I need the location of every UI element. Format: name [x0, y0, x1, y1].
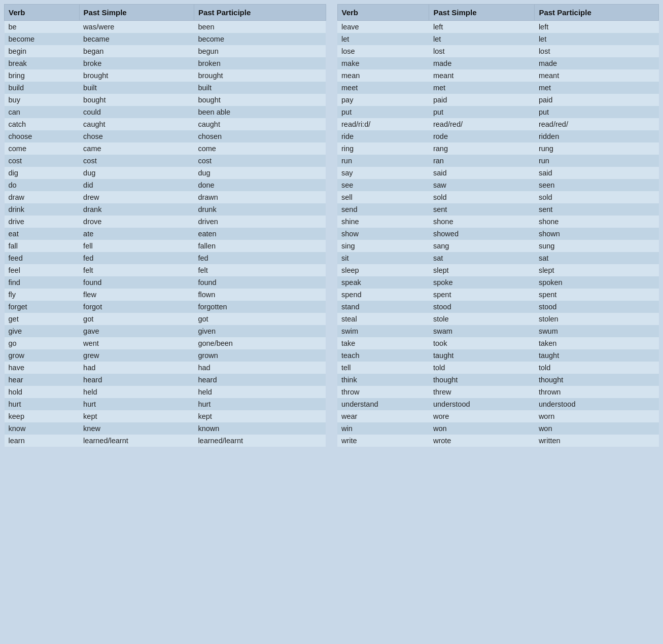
table-cell: fell [79, 240, 194, 252]
table-row: thinkthoughtthought [337, 374, 659, 386]
table-cell: won [429, 422, 535, 435]
table-cell: drawn [194, 191, 326, 203]
table-cell: have [5, 362, 80, 374]
table-cell: think [337, 374, 429, 386]
table-row: digdugdug [5, 167, 326, 179]
table-cell: eaten [194, 228, 326, 240]
table-row: meetmetmet [337, 82, 659, 94]
table-cell: read/red/ [429, 118, 535, 130]
table-cell: sing [337, 240, 429, 252]
table-cell: understand [337, 398, 429, 410]
table-cell: won [535, 422, 659, 435]
table-cell: ran [429, 155, 535, 167]
table-cell: rang [429, 142, 535, 155]
table-cell: said [535, 167, 659, 179]
table-cell: spent [535, 289, 659, 301]
table-row: hurthurthurt [5, 398, 326, 410]
table-cell: stolen [535, 313, 659, 325]
table-cell: drove [79, 216, 194, 228]
table-cell: bought [79, 94, 194, 106]
table-row: teachtaughttaught [337, 349, 659, 362]
table1-header-past-participle: Past Participle [194, 5, 326, 21]
table-cell: do [5, 179, 80, 191]
table-cell: found [194, 276, 326, 289]
table-cell: leave [337, 21, 429, 33]
table-cell: win [337, 422, 429, 435]
table-cell: make [337, 57, 429, 69]
table-cell: dug [79, 167, 194, 179]
table-row: read/ri:d/read/red/read/red/ [337, 118, 659, 130]
table-row: flyflewflown [5, 289, 326, 301]
table-row: seesawseen [337, 179, 659, 191]
table-row: stealstolestolen [337, 313, 659, 325]
table-row: singsangsung [337, 240, 659, 252]
table-row: findfoundfound [5, 276, 326, 289]
table-cell: thought [535, 374, 659, 386]
table-row: feedfedfed [5, 252, 326, 264]
table-row: winwonwon [337, 422, 659, 435]
table-cell: slept [535, 264, 659, 276]
table-cell: done [194, 179, 326, 191]
table-cell: sold [535, 191, 659, 203]
table-cell: go [5, 337, 80, 349]
table-cell: held [79, 386, 194, 398]
table-row: knowknewknown [5, 422, 326, 435]
table-row: letletlet [337, 33, 659, 45]
table-cell: say [337, 167, 429, 179]
table-cell: throw [337, 386, 429, 398]
table-cell: sleep [337, 264, 429, 276]
table-cell: speak [337, 276, 429, 289]
table-cell: understood [429, 398, 535, 410]
table-cell: worn [535, 410, 659, 422]
table-row: loselostlost [337, 45, 659, 57]
table2-header-past-simple: Past Simple [429, 5, 535, 21]
table-cell: ring [337, 142, 429, 155]
table-cell: forgotten [194, 301, 326, 313]
table-cell: begin [5, 45, 80, 57]
table-cell: ridden [535, 130, 659, 142]
table-cell: understood [535, 398, 659, 410]
table-cell: brought [79, 69, 194, 82]
table-cell: teach [337, 349, 429, 362]
table-row: beginbeganbegun [5, 45, 326, 57]
table-cell: forget [5, 301, 80, 313]
table-row: catchcaughtcaught [5, 118, 326, 130]
table-row: speakspokespoken [337, 276, 659, 289]
table-cell: become [5, 33, 80, 45]
table-cell: stood [535, 301, 659, 313]
table-row: paypaidpaid [337, 94, 659, 106]
table-cell: came [79, 142, 194, 155]
table-cell: threw [429, 386, 535, 398]
table-cell: break [5, 57, 80, 69]
table-cell: broke [79, 57, 194, 69]
table-cell: chosen [194, 130, 326, 142]
table-row: havehadhad [5, 362, 326, 374]
table-cell: ride [337, 130, 429, 142]
table-cell: gone/been [194, 337, 326, 349]
table-cell: hear [5, 374, 80, 386]
table-cell: got [79, 313, 194, 325]
table-row: growgrewgrown [5, 349, 326, 362]
table-cell: let [337, 33, 429, 45]
table-cell: hurt [79, 398, 194, 410]
table-cell: held [194, 386, 326, 398]
table-cell: saw [429, 179, 535, 191]
table-row: telltoldtold [337, 362, 659, 374]
table-cell: showed [429, 228, 535, 240]
table-row: sleepsleptslept [337, 264, 659, 276]
table-cell: became [79, 33, 194, 45]
table-cell: ate [79, 228, 194, 240]
table-cell: dug [194, 167, 326, 179]
table-cell: begun [194, 45, 326, 57]
table-row: hearheardheard [5, 374, 326, 386]
table-row: makemademade [337, 57, 659, 69]
table-row: drivedrovedriven [5, 216, 326, 228]
table-cell: lost [535, 45, 659, 57]
table-cell: shown [535, 228, 659, 240]
table-cell: wear [337, 410, 429, 422]
table-row: breakbrokebroken [5, 57, 326, 69]
table-cell: fly [5, 289, 80, 301]
table-cell: learned/learnt [79, 435, 194, 447]
table-cell: drank [79, 203, 194, 216]
table-row: choosechosechosen [5, 130, 326, 142]
